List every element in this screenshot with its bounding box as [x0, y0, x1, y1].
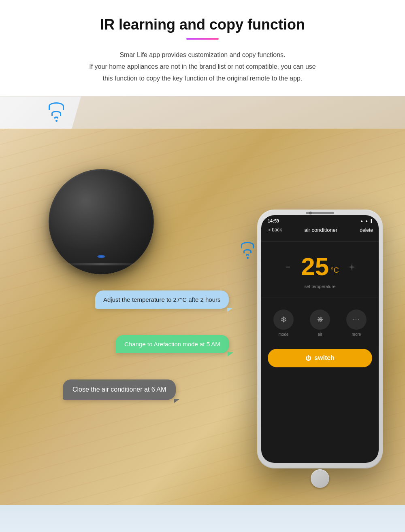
mode-control[interactable]: mode — [273, 309, 294, 337]
ir-hub-device — [45, 165, 158, 278]
wifi-arc-large-right — [241, 242, 254, 248]
screen-navbar: ＜back air conditioner delete — [261, 225, 379, 237]
more-icon: ··· — [352, 316, 360, 323]
status-bar: 14:59 ▲ ▲ ▐ — [261, 215, 379, 225]
divider-mid — [261, 297, 379, 297]
phone-home-button[interactable] — [311, 469, 329, 488]
status-time: 14:59 — [268, 218, 279, 223]
more-label: more — [352, 332, 361, 337]
controls-row: mode ❋ air ··· more — [261, 301, 379, 341]
title-underline — [186, 38, 219, 40]
hub-led — [97, 255, 105, 259]
divider-top — [261, 242, 379, 242]
air-label: air — [318, 332, 322, 337]
more-control[interactable]: ··· more — [346, 309, 367, 337]
chat-bubble-2: Change to Arefaction mode at 5 AM — [115, 335, 229, 353]
wifi-arc-medium-right — [243, 249, 252, 253]
switch-button[interactable]: ⏻ switch — [268, 349, 372, 367]
phone-mockup: 14:59 ▲ ▲ ▐ ＜back air conditioner delete — [257, 210, 383, 468]
temp-number: 25 — [301, 252, 329, 280]
phone-camera-notch — [306, 212, 334, 214]
wind-icon: ❋ — [317, 315, 323, 324]
phone-screen: 14:59 ▲ ▲ ▐ ＜back air conditioner delete — [261, 215, 379, 463]
nav-title: air conditioner — [305, 227, 338, 233]
air-control[interactable]: ❋ air — [310, 309, 330, 337]
hub-body — [49, 169, 154, 274]
wifi-dot — [55, 120, 58, 122]
temperature-area: － 25 °C ＋ — [261, 246, 379, 282]
temp-label: set temperature — [261, 284, 379, 289]
hub-ring — [61, 263, 142, 265]
temp-plus-button[interactable]: ＋ — [347, 260, 357, 273]
wifi-arc-medium — [51, 111, 61, 116]
mode-label: mode — [278, 332, 288, 337]
desc-line2: If your home appliances are not in the b… — [89, 63, 315, 70]
power-icon: ⏻ — [305, 355, 311, 361]
chat-bubble-1: Adjust the temperature to 27°C afte 2 ho… — [95, 290, 229, 309]
temperature-display: 25 °C — [301, 254, 339, 279]
screen-content: 14:59 ▲ ▲ ▐ ＜back air conditioner delete — [261, 215, 379, 463]
desc-line1: Smar Life app provides customization and… — [119, 51, 285, 58]
temp-value-container: 25 °C — [301, 254, 339, 279]
wifi-status-icon: ▲ — [365, 219, 369, 223]
wifi-icon-right — [241, 242, 254, 259]
page-title: IR learning and copy function — [32, 16, 373, 33]
wifi-dot-right — [247, 257, 249, 259]
header-section: IR learning and copy function Smar Life … — [0, 0, 405, 96]
nav-delete-button[interactable]: delete — [360, 227, 373, 233]
more-button[interactable]: ··· — [346, 309, 367, 330]
mode-button[interactable] — [273, 309, 294, 330]
desc-line3: this function to copy the key function o… — [103, 75, 303, 82]
signal-icon: ▲ — [360, 219, 364, 223]
chat-bubble-3: Close the air conditioner at 6 AM — [63, 379, 176, 400]
main-section: Adjust the temperature to 27°C afte 2 ho… — [0, 96, 405, 505]
wifi-arc-large — [49, 102, 64, 110]
temp-unit: °C — [331, 266, 339, 274]
nav-back-button[interactable]: ＜back — [267, 227, 282, 233]
phone-frame: 14:59 ▲ ▲ ▐ ＜back air conditioner delete — [257, 210, 383, 468]
switch-label: switch — [314, 354, 335, 362]
footer-section — [0, 505, 405, 532]
status-icons: ▲ ▲ ▐ — [360, 219, 372, 223]
wifi-arc-small — [54, 117, 58, 119]
wifi-arc-small-right — [246, 254, 249, 256]
battery-icon: ▐ — [370, 219, 372, 223]
wifi-icon-hub — [49, 102, 64, 122]
temp-minus-button[interactable]: － — [283, 260, 293, 273]
air-button[interactable]: ❋ — [310, 309, 330, 330]
snowflake-icon — [280, 315, 287, 324]
header-description: Smar Life app provides customization and… — [61, 49, 344, 84]
